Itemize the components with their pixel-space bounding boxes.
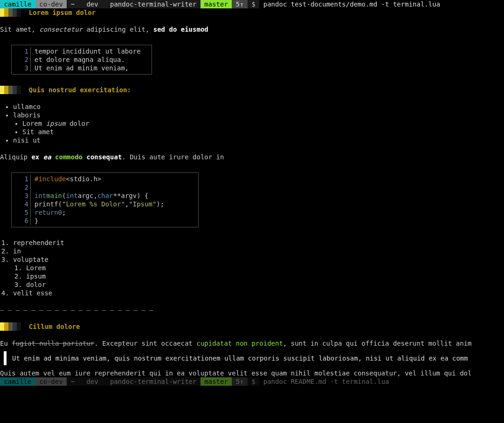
list-item: dolor [26,280,504,289]
list-item: reprehenderit [13,239,504,247]
horizontal-rule: — — — — — — — — — — — — — — — — — — — — [0,306,504,314]
list-item: Sit amet [22,128,504,136]
prompt-branch: master [200,0,232,8]
link-cupidatat[interactable]: cupidatat non proident [196,339,283,348]
blockquote: Ut enim ad minima veniam, quis nostrum e… [4,351,504,365]
bullet-list: ullamco laboris Lorem ipsum dolor Sit am… [0,102,504,144]
list-item: voluptate [13,255,504,264]
list-item: laboris [13,111,504,119]
paragraph-4: Quis autem vel eum iure reprehenderit qu… [0,369,504,377]
prompt-status: 5↑ [232,0,248,8]
list-item: Lorem ipsum dolor [22,119,504,128]
heading-quis: Quis nostrud exercitation: [0,86,504,94]
list-item: ullamco [13,102,504,111]
ordered-list: reprehenderit in voluptate Lorem ipsum d… [0,239,504,297]
list-item: velit esse [13,289,504,297]
list-item: in [13,247,504,255]
list-item: Lorem [26,264,504,272]
prompt-host: co-dev [35,0,67,8]
code-block-2: 1#include <stdio.h> 2 3int main(int argc… [11,172,199,227]
list-item: nisi ut [13,136,504,144]
heading-text: Lorem ipsum dolor [29,8,96,17]
list-item: ipsum [26,272,504,280]
command-text: pandoc README.md -t terminal.lua [263,377,389,386]
code-block-1: 1tempor incididunt ut labore 2et dolore … [11,45,152,75]
paragraph-3: Eu fugiat nulla pariatur. Excepteur sint… [0,339,504,348]
command-text: pandoc test-documents/demo.md -t termina… [263,0,440,8]
line-number: 2 [12,55,31,64]
shell-prompt[interactable]: camille co-dev ~ dev pandoc-terminal-wri… [0,0,504,8]
line-number: 1 [12,47,31,55]
shell-prompt-bottom[interactable]: camille co-dev ~ dev pandoc-terminal-wri… [0,377,504,386]
heading-bar-icon [0,8,4,17]
heading-lorem: Lorem ipsum dolor [0,8,504,17]
heading-cillum: Cillum dolore [0,322,504,331]
line-number: 3 [12,64,31,72]
prompt-dollar: $ [248,0,259,8]
paragraph-1: Sit amet, consectetur adipiscing elit, s… [0,25,504,34]
prompt-path: ~ dev pandoc-terminal-writer [67,0,200,8]
paragraph-2: Aliquip ex ea commodo consequat. Duis au… [0,153,504,161]
prompt-user: camille [0,0,35,8]
